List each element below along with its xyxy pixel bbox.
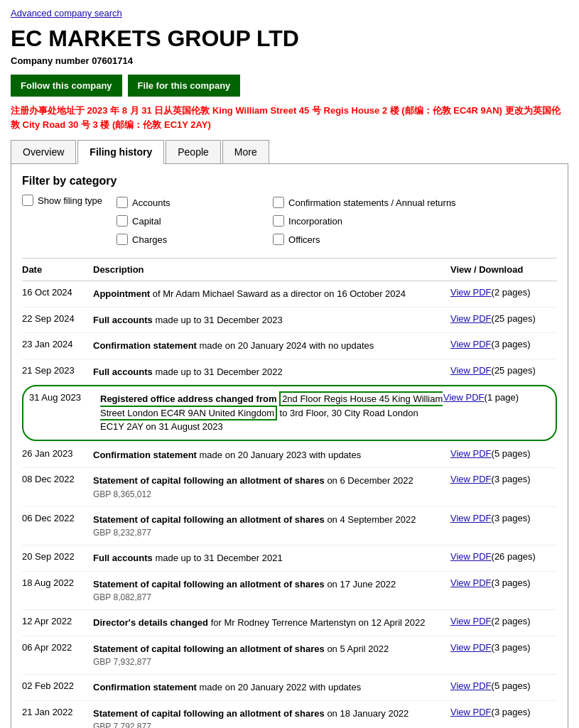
view-pdf-link[interactable]: View PDF [450, 513, 492, 523]
view-pages: (26 pages) [492, 551, 536, 562]
col-date: Date [22, 264, 93, 275]
tab-filing-history[interactable]: Filing history [77, 140, 164, 164]
file-company-button[interactable]: File for this company [128, 75, 241, 97]
filing-view: View PDF(26 pages) [450, 551, 557, 562]
tab-more[interactable]: More [222, 140, 269, 163]
filing-date: 21 Sep 2023 [22, 365, 93, 376]
view-pdf-link[interactable]: View PDF [450, 577, 492, 588]
address-notice: 注册办事处地址于 2023 年 8 月 31 日从英国伦敦 King Willi… [11, 104, 568, 131]
filing-row: 16 Oct 2024Appointment of Mr Adam Michae… [22, 281, 557, 308]
filing-description: Confirmation statement made on 20 Januar… [93, 680, 450, 695]
filter-capital-checkbox[interactable] [117, 215, 128, 227]
filter-confirmation: Confirmation statements / Annual returns [273, 195, 456, 210]
filing-row: 02 Feb 2022Confirmation statement made o… [22, 675, 557, 701]
view-pdf-link[interactable]: View PDF [450, 642, 492, 653]
company-title: EC MARKETS GROUP LTD [11, 26, 568, 52]
filter-officers-checkbox[interactable] [273, 234, 284, 245]
filing-row: 06 Dec 2022Statement of capital followin… [22, 507, 557, 546]
filing-row: 20 Sep 2022Full accounts made up to 31 D… [22, 545, 557, 572]
filter-charges: Charges [117, 232, 259, 247]
filing-view: View PDF(3 pages) [450, 513, 557, 523]
filing-view: View PDF(3 pages) [450, 339, 557, 349]
filing-row: 06 Apr 2022Statement of capital followin… [22, 636, 557, 675]
filing-description: Full accounts made up to 31 December 202… [93, 551, 450, 565]
view-pages: (3 pages) [492, 642, 531, 653]
view-pages: (3 pages) [492, 577, 531, 588]
filter-grid: Accounts Confirmation statements / Annua… [117, 195, 456, 247]
filing-date: 06 Dec 2022 [22, 513, 93, 523]
filter-title: Filter by category [22, 175, 557, 188]
show-filing-checkbox[interactable] [22, 195, 33, 206]
tab-people[interactable]: People [166, 140, 221, 163]
show-filing-label: Show filing type [38, 195, 102, 206]
filing-date: 22 Sep 2024 [22, 313, 93, 324]
main-content: Filter by category Show filing type Acco… [11, 164, 568, 728]
filing-row: 21 Sep 2023Full accounts made up to 31 D… [22, 359, 557, 386]
filing-view: View PDF(3 pages) [450, 642, 557, 653]
filter-charges-checkbox[interactable] [117, 234, 128, 245]
filing-row: 12 Apr 2022Director's details changed fo… [22, 610, 557, 636]
filter-incorporation: Incorporation [273, 213, 456, 229]
filing-view: View PDF(2 pages) [450, 287, 557, 298]
filing-row: 22 Sep 2024Full accounts made up to 31 D… [22, 308, 557, 334]
view-pdf-link[interactable]: View PDF [450, 287, 492, 298]
filter-officers: Officers [273, 232, 456, 247]
view-pdf-link[interactable]: View PDF [443, 392, 485, 403]
view-pages: (2 pages) [492, 287, 531, 298]
view-pages: (3 pages) [492, 474, 531, 484]
view-pages: (3 pages) [492, 513, 531, 523]
view-pdf-link[interactable]: View PDF [450, 551, 492, 562]
view-pdf-link[interactable]: View PDF [450, 616, 492, 626]
filter-row: Show filing type Accounts Confirmation s… [22, 195, 557, 247]
filing-sub: GBP 8,082,877 [93, 591, 450, 604]
advanced-search-link[interactable]: Advanced company search [11, 8, 122, 18]
filing-date: 16 Oct 2024 [22, 287, 93, 298]
table-header: Date Description View / Download [22, 258, 557, 281]
filing-date: 12 Apr 2022 [22, 616, 93, 626]
view-pages: (3 pages) [492, 339, 531, 349]
filing-date: 06 Apr 2022 [22, 642, 93, 653]
filing-view: View PDF(5 pages) [450, 680, 557, 691]
filing-sub: GBP 8,365,012 [93, 488, 450, 501]
col-view: View / Download [450, 264, 557, 275]
view-pages: (5 pages) [492, 680, 531, 691]
filter-accounts-checkbox[interactable] [117, 197, 128, 208]
view-pdf-link[interactable]: View PDF [450, 339, 492, 349]
view-pdf-link[interactable]: View PDF [450, 313, 492, 324]
filing-description: Director's details changed for Mr Rodney… [93, 616, 450, 630]
action-buttons: Follow this company File for this compan… [11, 75, 568, 97]
view-pdf-link[interactable]: View PDF [450, 707, 492, 717]
filing-description: Full accounts made up to 31 December 202… [93, 313, 450, 327]
filing-row: 31 Aug 2023Registered office address cha… [22, 385, 557, 441]
view-pdf-link[interactable]: View PDF [450, 680, 492, 691]
view-pdf-link[interactable]: View PDF [450, 365, 492, 376]
filings-container: 16 Oct 2024Appointment of Mr Adam Michae… [22, 281, 557, 728]
filing-view: View PDF(5 pages) [450, 448, 557, 459]
filing-description: Statement of capital following an allotm… [93, 577, 450, 604]
filing-date: 08 Dec 2022 [22, 474, 93, 484]
filing-date: 31 Aug 2023 [29, 392, 100, 403]
view-pdf-link[interactable]: View PDF [450, 448, 492, 459]
filing-description: Registered office address changed from 2… [100, 392, 443, 434]
filing-date: 20 Sep 2022 [22, 551, 93, 562]
filing-row: 08 Dec 2022Statement of capital followin… [22, 468, 557, 507]
filing-sub: GBP 7,932,877 [93, 656, 450, 668]
filing-view: View PDF(3 pages) [450, 707, 557, 717]
follow-company-button[interactable]: Follow this company [11, 75, 122, 97]
tab-overview[interactable]: Overview [11, 140, 76, 163]
filing-sub: GBP 8,232,877 [93, 526, 450, 539]
filing-description: Statement of capital following an allotm… [93, 707, 450, 729]
filter-incorporation-checkbox[interactable] [273, 215, 284, 227]
view-pages: (5 pages) [492, 448, 531, 459]
filing-sub: GBP 7,792,877 [93, 720, 450, 728]
filing-description: Statement of capital following an allotm… [93, 513, 450, 540]
filing-date: 26 Jan 2023 [22, 448, 93, 459]
filing-view: View PDF(3 pages) [450, 474, 557, 484]
view-pages: (25 pages) [492, 365, 536, 376]
view-pages: (2 pages) [492, 616, 531, 626]
filter-confirmation-checkbox[interactable] [273, 197, 284, 208]
view-pages: (1 page) [485, 392, 519, 403]
filing-date: 02 Feb 2022 [22, 680, 93, 691]
view-pdf-link[interactable]: View PDF [450, 474, 492, 484]
filing-row: 26 Jan 2023Confirmation statement made o… [22, 442, 557, 469]
